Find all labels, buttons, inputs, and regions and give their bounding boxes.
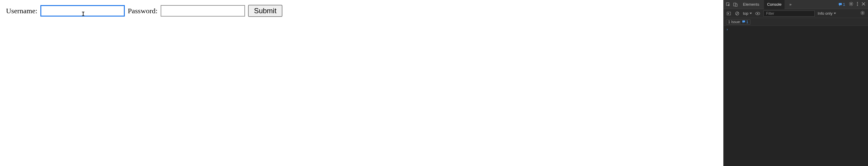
devtools-panel: Elements Console » 1 top	[723, 0, 868, 166]
kebab-menu-icon[interactable]	[856, 2, 859, 7]
close-icon[interactable]	[861, 2, 866, 7]
toggle-sidebar-icon[interactable]	[726, 11, 732, 16]
svg-rect-3	[839, 3, 842, 5]
live-expression-icon[interactable]	[755, 11, 761, 16]
issues-label: 1 Issue:	[728, 20, 741, 24]
console-toolbar: top Info only	[724, 9, 868, 18]
svg-point-13	[857, 2, 858, 3]
chevron-down-icon	[834, 13, 836, 14]
issues-badge[interactable]: 1	[837, 2, 846, 7]
svg-line-10	[852, 5, 852, 5]
chat-icon	[742, 20, 745, 24]
username-label: Username:	[6, 7, 37, 15]
devtools-tabbar: Elements Console » 1	[724, 0, 868, 9]
clear-console-icon[interactable]	[735, 11, 740, 16]
svg-line-31	[864, 11, 864, 12]
issues-pill[interactable]: 1 Issue: 1	[726, 19, 750, 25]
svg-point-22	[757, 13, 758, 14]
svg-point-15	[857, 5, 858, 6]
password-label: Password:	[128, 7, 158, 15]
password-input[interactable]	[161, 5, 245, 16]
svg-rect-2	[735, 4, 737, 6]
login-form: Username: I Password: Submit	[6, 5, 717, 17]
context-label: top	[743, 11, 748, 16]
page-content: Username: I Password: Submit	[0, 0, 723, 166]
log-level-selector[interactable]: Info only	[818, 11, 836, 16]
tab-console[interactable]: Console	[764, 0, 784, 9]
submit-button[interactable]: Submit	[248, 5, 283, 17]
console-body[interactable]: ›	[724, 26, 868, 166]
device-toolbar-icon[interactable]	[733, 2, 738, 7]
inspect-element-icon[interactable]	[725, 2, 731, 7]
tab-elements[interactable]: Elements	[740, 0, 762, 9]
svg-line-9	[849, 2, 850, 3]
svg-line-20	[736, 12, 738, 15]
issues-row: 1 Issue: 1	[724, 18, 868, 26]
issues-count: 1	[843, 2, 845, 7]
svg-line-12	[852, 2, 852, 3]
username-input[interactable]	[40, 5, 125, 16]
svg-line-11	[849, 5, 850, 5]
log-level-label: Info only	[818, 11, 832, 16]
settings-icon[interactable]	[848, 2, 854, 7]
svg-point-14	[857, 4, 858, 4]
chat-icon	[838, 3, 842, 6]
svg-point-4	[850, 3, 852, 4]
filter-input[interactable]	[764, 10, 815, 16]
tab-more[interactable]: »	[786, 0, 795, 9]
chevron-down-icon	[749, 13, 752, 14]
issues-badge-count: 1	[746, 20, 748, 24]
svg-line-29	[864, 14, 864, 14]
svg-line-30	[861, 14, 862, 14]
svg-rect-32	[742, 20, 745, 22]
console-settings-icon[interactable]	[860, 11, 866, 16]
context-selector[interactable]: top	[743, 11, 752, 16]
console-prompt: ›	[726, 27, 728, 32]
svg-line-28	[861, 11, 862, 12]
svg-point-23	[862, 12, 863, 13]
